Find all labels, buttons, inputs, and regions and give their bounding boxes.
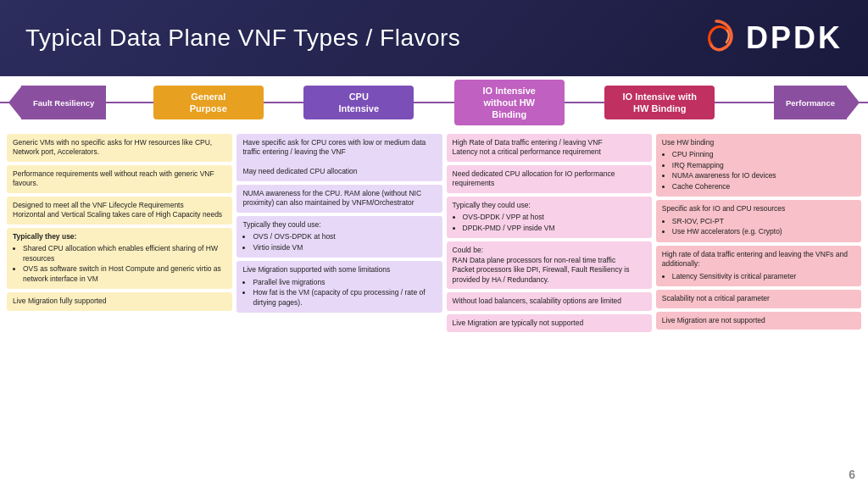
cpu-box-4: Live Migration supported with some limit… [236, 261, 442, 313]
category-io-hw: IO Intensive withHW Binding [604, 86, 715, 120]
dpdk-logo: DPDK [695, 17, 843, 59]
io-box-2: Need dedicated CPU allocation for IO per… [447, 165, 652, 193]
io-box-6: Live Migration are typically not support… [447, 314, 652, 332]
page-number: 6 [849, 468, 855, 481]
general-box-2: Performance requirements well without re… [7, 165, 232, 193]
performance-label: Performance [786, 98, 835, 108]
arrow-bar: Fault Resiliency GeneralPurpose CPUInten… [0, 76, 868, 129]
io-hw-box-2: Specific ask for IO and CPU resources SR… [656, 200, 861, 241]
fault-resiliency-label: Fault Resiliency [33, 98, 94, 108]
io-hw-box-1: Use HW binding CPU Pinning IRQ Remapping… [656, 134, 861, 197]
general-box-4: Typically they use: Shared CPU allocatio… [7, 228, 232, 289]
io-hw-box-4: Scalability not a critical parameter [656, 290, 861, 308]
header: Typical Data Plane VNF Types / Flavors D… [0, 0, 868, 76]
col-io: High Rate of Data traffic entering / lea… [447, 134, 652, 471]
io-hw-box-3: High rate of data traffic entering and l… [656, 246, 861, 286]
io-hw-box-5: Live Migration are not supported [656, 312, 861, 330]
col-general: Generic VMs with no specific asks for HW… [7, 134, 232, 471]
io-box-4: Could be:RAN Data plane processors for n… [447, 241, 652, 289]
cpu-box-2: NUMA awareness for the CPU. RAM alone (w… [236, 185, 442, 213]
col-io-hw: Use HW binding CPU Pinning IRQ Remapping… [656, 134, 861, 471]
io-box-3: Typically they could use: OVS-DPDK / VPP… [447, 197, 652, 238]
dpdk-logo-text: DPDK [746, 20, 843, 56]
content-area: Fault Resiliency GeneralPurpose CPUInten… [0, 76, 868, 488]
category-general: GeneralPurpose [153, 86, 264, 120]
io-box-5: Without load balancers, scalability opti… [447, 292, 652, 310]
col-cpu: Have specific ask for CPU cores with low… [236, 134, 442, 471]
general-box-5: Live Migration fully supported [7, 292, 232, 310]
category-cpu: CPUIntensive [303, 86, 414, 120]
io-box-1: High Rate of Data traffic entering / lea… [447, 134, 652, 162]
general-box-1: Generic VMs with no specific asks for HW… [7, 134, 232, 162]
category-io: IO Intensivewithout HWBinding [454, 80, 565, 126]
cpu-box-1: Have specific ask for CPU cores with low… [236, 134, 442, 181]
cpu-box-3: Typically they could use: OVS / OVS-DPDK… [236, 216, 442, 258]
columns-container: Generic VMs with no specific asks for HW… [0, 129, 868, 476]
general-box-3: Designed to meet all the VNF Lifecycle R… [7, 197, 232, 225]
dpdk-spiral-icon [695, 17, 737, 59]
slide-title: Typical Data Plane VNF Types / Flavors [25, 25, 460, 52]
slide: Typical Data Plane VNF Types / Flavors D… [0, 0, 868, 488]
